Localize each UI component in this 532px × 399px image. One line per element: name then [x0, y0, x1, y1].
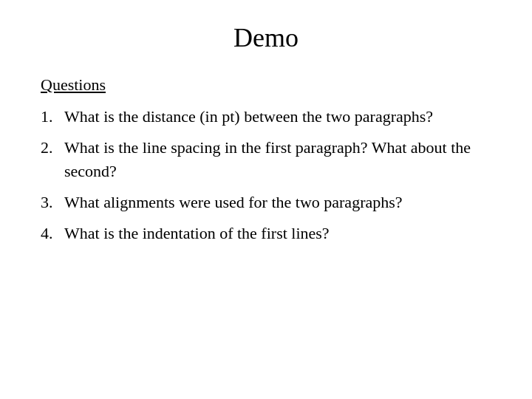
list-text-1: What is the distance (in pt) between the… — [64, 105, 491, 129]
list-text-2: What is the line spacing in the first pa… — [64, 136, 491, 183]
list-number-3: 3. — [41, 191, 64, 214]
questions-list: 1. What is the distance (in pt) between … — [41, 105, 491, 252]
list-number-1: 1. — [41, 105, 64, 129]
list-text-4: What is the indentation of the first lin… — [64, 222, 491, 245]
list-item: 1. What is the distance (in pt) between … — [41, 105, 491, 129]
list-item: 2. What is the line spacing in the first… — [41, 136, 491, 183]
list-item: 3. What alignments were used for the two… — [41, 191, 491, 214]
page-title: Demo — [41, 22, 491, 53]
questions-label: Questions — [41, 75, 491, 95]
list-item: 4. What is the indentation of the first … — [41, 222, 491, 245]
list-text-3: What alignments were used for the two pa… — [64, 191, 491, 214]
page: Demo Questions 1. What is the distance (… — [0, 0, 532, 399]
list-number-4: 4. — [41, 222, 64, 245]
list-number-2: 2. — [41, 136, 64, 160]
